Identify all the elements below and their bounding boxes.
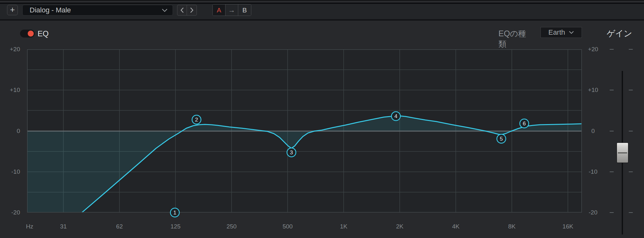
y-axis-label-left: +20 xyxy=(1,46,20,53)
gain-tick-left xyxy=(610,172,614,172)
gain-tick-right xyxy=(629,49,633,50)
chevron-left-icon xyxy=(180,7,184,13)
gain-tick-left xyxy=(610,49,614,50)
eq-panel: EQ EQの種類 Earth ゲイン 123456 0.0 xyxy=(0,21,644,238)
y-axis-label-left: 0 xyxy=(1,128,20,135)
fairlight-eq-window: + Dialog - Male A → B EQ EQ xyxy=(0,0,644,238)
y-axis-label-left: -10 xyxy=(1,168,20,175)
x-axis-label: Hz xyxy=(17,223,42,230)
band-handle-5[interactable]: 5 xyxy=(497,134,506,143)
x-axis-label: 62 xyxy=(107,223,132,230)
gain-label: ゲイン xyxy=(607,28,632,39)
band-handle-2[interactable]: 2 xyxy=(192,115,201,124)
band-handle-3[interactable]: 3 xyxy=(287,148,296,157)
band-handle-6[interactable]: 6 xyxy=(520,119,529,128)
eq-curve-plot[interactable]: 123456 xyxy=(27,49,582,213)
ab-state-b-button[interactable]: B xyxy=(238,4,251,16)
gain-tick-right xyxy=(629,131,633,131)
x-axis-label: 500 xyxy=(275,223,300,230)
eq-type-label: EQの種類 xyxy=(498,28,532,49)
svg-text:3: 3 xyxy=(290,150,293,156)
ab-state-a-button[interactable]: A xyxy=(213,4,225,16)
preset-prev-button[interactable] xyxy=(177,5,187,16)
x-axis-label: 1K xyxy=(331,223,356,230)
svg-text:4: 4 xyxy=(394,113,397,119)
chevron-down-icon xyxy=(162,9,168,12)
svg-text:2: 2 xyxy=(195,117,198,123)
gain-tick-right xyxy=(629,90,633,90)
chevron-right-icon xyxy=(190,7,194,13)
y-axis-label-right: -20 xyxy=(583,209,603,216)
gain-tick-left xyxy=(610,212,614,213)
knob-centerline xyxy=(618,152,627,153)
x-axis-label: 31 xyxy=(51,223,76,230)
x-axis-label: 8K xyxy=(499,223,525,230)
gain-tick-right xyxy=(629,172,633,172)
x-axis-label: 16K xyxy=(555,223,581,230)
gain-tick-left xyxy=(610,131,614,131)
chevron-down-icon xyxy=(569,31,574,34)
y-axis-label-right: +20 xyxy=(583,46,603,53)
y-axis-label-right: 0 xyxy=(583,128,603,135)
y-axis-label-left: +10 xyxy=(1,87,20,94)
preset-next-button[interactable] xyxy=(187,5,197,16)
x-axis-label: 125 xyxy=(163,223,188,230)
svg-text:5: 5 xyxy=(500,136,503,142)
svg-text:1: 1 xyxy=(173,210,176,216)
eq-enable-toggle[interactable] xyxy=(20,30,35,38)
preset-dropdown-value: Dialog - Male xyxy=(30,6,162,14)
gain-slider-knob[interactable] xyxy=(617,143,628,163)
preset-dropdown[interactable]: Dialog - Male xyxy=(22,5,173,16)
preset-toolbar: + Dialog - Male A → B xyxy=(0,4,644,19)
gain-tick-left xyxy=(610,90,614,90)
eq-type-value: Earth xyxy=(548,28,565,37)
add-preset-button[interactable]: + xyxy=(7,5,18,15)
gain-tick-right xyxy=(629,212,633,213)
svg-text:6: 6 xyxy=(523,121,526,127)
y-axis-label-right: +10 xyxy=(583,87,603,94)
eq-panel-title: EQ xyxy=(38,29,49,38)
band-handle-4[interactable]: 4 xyxy=(391,112,400,121)
y-axis-label-right: -10 xyxy=(583,168,603,175)
eq-type-dropdown[interactable]: Earth xyxy=(540,27,582,38)
ab-compare-group: A → B xyxy=(212,4,251,16)
x-axis-label: 4K xyxy=(443,223,469,230)
x-axis-label: 2K xyxy=(387,223,412,230)
y-axis-label-left: -20 xyxy=(1,209,20,216)
toggle-knob xyxy=(28,31,34,37)
ab-copy-arrow-button[interactable]: → xyxy=(225,4,238,16)
band-handle-1[interactable]: 1 xyxy=(170,208,179,217)
x-axis-label: 250 xyxy=(219,223,244,230)
